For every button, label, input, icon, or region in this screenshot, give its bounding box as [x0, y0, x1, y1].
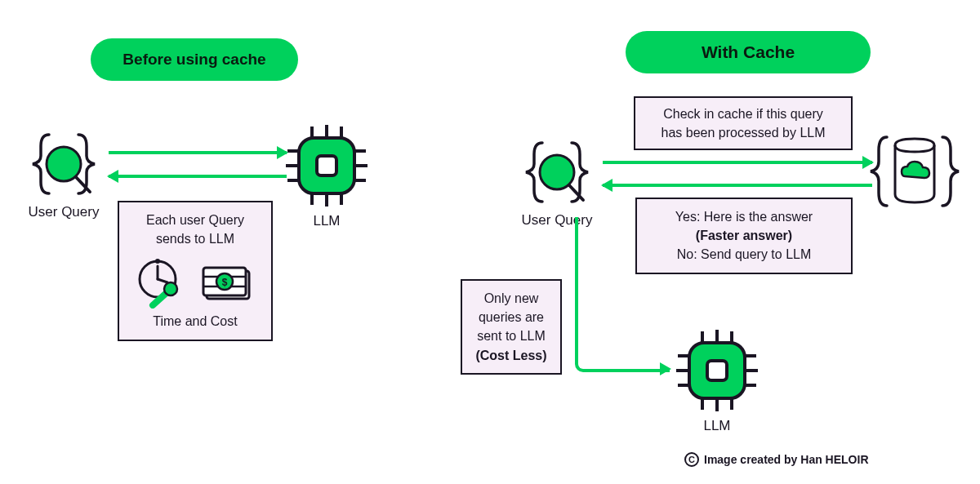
explain-left-l3: Time and Cost [129, 312, 261, 331]
copyright-icon: C [684, 452, 699, 467]
user-query-icon-right [519, 138, 595, 208]
credit-text: Image created by Han HELOIR [704, 453, 869, 466]
image-credit: C Image created by Han HELOIR [684, 452, 869, 467]
check-cache-l2: has been processed by LLM [644, 123, 843, 142]
newq-l3: sent to LLM [469, 326, 554, 345]
explain-left-l2: sends to LLM [129, 229, 261, 248]
explain-box-left: Each user Query sends to LLM $ Time and … [118, 201, 273, 341]
svg-rect-42 [707, 361, 727, 380]
newq-l4: (Cost Less) [469, 346, 554, 365]
llm-label-right: LLM [688, 418, 746, 434]
time-cost-icons: $ [130, 255, 261, 309]
svg-point-19 [155, 259, 160, 264]
arrow-to-cache [603, 161, 872, 164]
check-cache-box: Check in cache if this query has been pr… [634, 96, 853, 150]
answer-l1: Yes: Here is the answer [645, 207, 843, 226]
arrow-from-llm-left [109, 175, 287, 178]
llm-chip-icon-right [673, 326, 761, 415]
arrow-to-llm-left [109, 151, 287, 154]
title-with-text: With Cache [702, 42, 795, 62]
title-before-text: Before using cache [122, 51, 265, 69]
answer-l3: No: Send query to LLM [645, 245, 843, 264]
newq-l1: Only new [469, 289, 554, 308]
newq-l2: queries are [469, 308, 554, 326]
user-query-icon [26, 130, 101, 200]
svg-rect-15 [317, 156, 336, 175]
svg-text:$: $ [222, 277, 228, 288]
title-pill-before: Before using cache [91, 38, 298, 81]
title-pill-with: With Cache [626, 31, 871, 73]
check-cache-l1: Check in cache if this query [644, 104, 843, 123]
cache-icon [869, 131, 960, 212]
user-query-label-left: User Query [20, 204, 108, 220]
llm-chip-icon-left [283, 122, 371, 210]
svg-point-20 [164, 282, 177, 295]
new-queries-box: Only new queries are sent to LLM (Cost L… [461, 279, 562, 375]
answer-l2: (Faster answer) [645, 226, 843, 245]
svg-line-18 [158, 279, 167, 282]
arrow-to-llm-right [575, 217, 670, 372]
explain-left-l1: Each user Query [129, 211, 261, 229]
llm-label-left: LLM [297, 213, 356, 229]
arrow-from-cache [603, 184, 872, 187]
